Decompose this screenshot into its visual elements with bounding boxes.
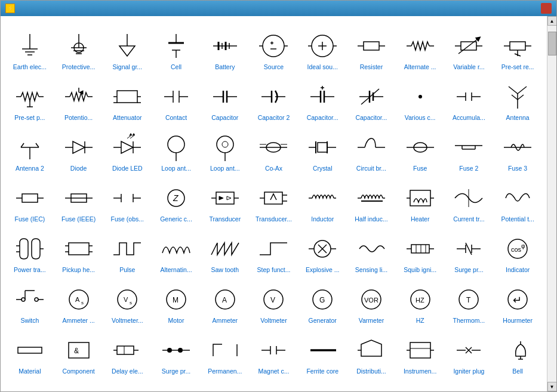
symbol-cell-cell[interactable]: Cell (152, 21, 201, 72)
symbol-cell-transducer[interactable]: Transducer (201, 173, 250, 224)
symbol-cell-sensing-li[interactable]: Sensing li... (347, 224, 396, 274)
symbol-cell-component[interactable]: &Component (54, 325, 103, 376)
symbol-label-pickup-he[interactable]: Pickup he... (56, 266, 102, 273)
symbol-label-magnet-c[interactable]: Magnet c... (251, 368, 297, 375)
symbol-cell-ammeter2[interactable]: AAmmeter (201, 274, 250, 325)
symbol-label-co-ax[interactable]: Co-Ax (251, 165, 297, 172)
symbol-cell-pre-set-p[interactable]: Pre-set p... (5, 72, 54, 122)
symbol-cell-delay-ele[interactable]: Delay ele... (103, 325, 152, 376)
symbol-label-potential-t[interactable]: Potential t... (494, 215, 541, 223)
scrollbar[interactable]: ▲ ▼ (547, 16, 556, 391)
symbol-cell-squib-igni[interactable]: Squib igni... (396, 224, 445, 274)
symbol-label-switch[interactable]: Switch (7, 317, 53, 324)
symbol-label-voltmeter2[interactable]: Voltmeter (251, 317, 297, 324)
symbol-cell-step-funct[interactable]: Step funct... (250, 224, 298, 274)
symbol-label-attenuator[interactable]: Attenuator (104, 114, 150, 121)
symbol-cell-surge-pr2[interactable]: Surge pr... (152, 325, 201, 376)
symbol-cell-variable-r[interactable]: Variable r... (445, 21, 494, 72)
symbol-label-power-tra[interactable]: Power tra... (7, 266, 53, 273)
symbol-label-fuse-obs[interactable]: Fuse (obs... (104, 215, 150, 223)
symbol-cell-signal-gr[interactable]: Signal gr... (103, 21, 152, 72)
symbol-cell-fuse-iec[interactable]: Fuse (IEC) (5, 173, 54, 224)
symbol-cell-resister[interactable]: Resister (347, 21, 396, 72)
scroll-down-button[interactable]: ▼ (547, 382, 557, 391)
symbol-label-cell[interactable]: Cell (153, 63, 199, 70)
symbol-label-protective[interactable]: Protective... (56, 63, 102, 70)
symbol-label-earth-elec[interactable]: Earth elec... (7, 63, 53, 70)
symbol-label-fuse-ieee[interactable]: Fuse (IEEE) (56, 215, 102, 223)
symbol-label-step-funct[interactable]: Step funct... (251, 266, 297, 273)
symbol-label-pre-set-re[interactable]: Pre-set re... (494, 63, 541, 70)
symbol-label-circuit-br[interactable]: Circuit br... (348, 165, 395, 172)
symbol-label-capacitor3[interactable]: Capacitor... (299, 114, 346, 121)
symbol-cell-fuse2[interactable]: Fuse 2 (445, 122, 494, 173)
symbol-cell-various-c[interactable]: Various c... (396, 72, 445, 122)
symbol-cell-fuse-obs[interactable]: Fuse (obs... (103, 173, 152, 224)
symbol-label-alternate[interactable]: Alternate ... (397, 63, 444, 70)
symbol-label-diode[interactable]: Diode (56, 165, 102, 172)
symbol-label-motor[interactable]: Motor (153, 317, 199, 324)
symbol-label-capacitor2[interactable]: Capacitor 2 (251, 114, 297, 121)
symbol-cell-pre-set-re[interactable]: Pre-set re... (493, 21, 542, 72)
symbol-cell-accumula[interactable]: Accumula... (445, 72, 494, 122)
symbol-label-component[interactable]: Component (56, 368, 102, 375)
symbol-cell-alternatin[interactable]: Alternatin... (152, 224, 201, 274)
symbol-cell-pulse[interactable]: Pulse (103, 224, 152, 274)
symbol-cell-material[interactable]: Material (5, 325, 54, 376)
symbol-cell-potential-t[interactable]: Potential t... (493, 173, 542, 224)
symbol-label-capacitor[interactable]: Capacitor (202, 114, 248, 121)
symbol-label-crystal[interactable]: Crystal (299, 165, 346, 172)
symbol-cell-alternate[interactable]: Alternate ... (396, 21, 445, 72)
symbol-cell-battery[interactable]: Battery (201, 21, 250, 72)
symbol-label-potentio[interactable]: Potentio... (56, 114, 102, 121)
symbol-label-fuse2[interactable]: Fuse 2 (446, 165, 493, 172)
symbol-label-accumula[interactable]: Accumula... (446, 114, 493, 121)
symbol-label-alternatin[interactable]: Alternatin... (153, 266, 199, 273)
symbol-label-battery[interactable]: Battery (202, 63, 248, 70)
symbol-cell-ideal-sou[interactable]: Ideal sou... (298, 21, 347, 72)
symbol-cell-diode-led[interactable]: Diode LED (103, 122, 152, 173)
symbol-label-half-induc[interactable]: Half induc... (348, 215, 395, 223)
symbol-label-generic-c[interactable]: Generic c... (153, 215, 199, 223)
symbol-label-resister[interactable]: Resister (348, 63, 395, 70)
symbol-label-ammeter1[interactable]: Ammeter ... (56, 317, 102, 324)
symbol-cell-hourmeter[interactable]: ↵Hourmeter (493, 274, 542, 325)
symbol-label-variable-r[interactable]: Variable r... (446, 63, 493, 70)
close-button[interactable] (541, 3, 552, 14)
symbol-label-antenna[interactable]: Antenna (494, 114, 541, 121)
symbol-cell-potentio[interactable]: Potentio... (54, 72, 103, 122)
symbol-label-indicator[interactable]: Indicator (494, 266, 541, 273)
symbol-label-contact[interactable]: Contact (153, 114, 199, 121)
symbol-label-surge-pr2[interactable]: Surge pr... (153, 368, 199, 375)
symbol-cell-switch[interactable]: Switch (5, 274, 54, 325)
symbol-cell-fuse[interactable]: Fuse (396, 122, 445, 173)
symbol-label-loop-ant1[interactable]: Loop ant... (153, 165, 199, 172)
symbol-label-fuse-iec[interactable]: Fuse (IEC) (7, 215, 53, 223)
symbol-cell-capacitor3[interactable]: Capacitor... (298, 72, 347, 122)
symbol-label-thermom[interactable]: Thermom... (446, 317, 493, 324)
symbol-cell-source[interactable]: Source (250, 21, 298, 72)
symbol-label-sensing-li[interactable]: Sensing li... (348, 266, 395, 273)
symbol-cell-earth-elec[interactable]: Earth elec... (5, 21, 54, 72)
symbol-label-generator[interactable]: Generator (299, 317, 346, 324)
symbol-label-surge-pr1[interactable]: Surge pr... (446, 266, 493, 273)
symbol-label-permanen[interactable]: Permanen... (202, 368, 248, 375)
symbol-cell-surge-pr1[interactable]: Surge pr... (445, 224, 494, 274)
symbol-label-pre-set-p[interactable]: Pre-set p... (7, 114, 53, 121)
symbol-label-delay-ele[interactable]: Delay ele... (104, 368, 150, 375)
symbol-label-transducer2[interactable]: Transducer... (251, 215, 297, 223)
symbol-cell-attenuator[interactable]: Attenuator (103, 72, 152, 122)
symbol-cell-antenna[interactable]: Antenna (493, 72, 542, 122)
symbol-cell-circuit-br[interactable]: Circuit br... (347, 122, 396, 173)
symbol-cell-ammeter1[interactable]: AsAmmeter ... (54, 274, 103, 325)
symbol-cell-generic-c[interactable]: ZGeneric c... (152, 173, 201, 224)
symbol-label-capacitor4[interactable]: Capacitor... (348, 114, 395, 121)
symbol-cell-motor[interactable]: MMotor (152, 274, 201, 325)
symbol-cell-inductor[interactable]: Inductor (298, 173, 347, 224)
symbol-cell-loop-ant2[interactable]: Loop ant... (201, 122, 250, 173)
symbol-cell-heater[interactable]: Heater (396, 173, 445, 224)
symbol-cell-capacitor[interactable]: Capacitor (201, 72, 250, 122)
symbol-cell-power-tra[interactable]: Power tra... (5, 224, 54, 274)
symbol-cell-magnet-c[interactable]: Magnet c... (250, 325, 298, 376)
symbol-label-diode-led[interactable]: Diode LED (104, 165, 150, 172)
